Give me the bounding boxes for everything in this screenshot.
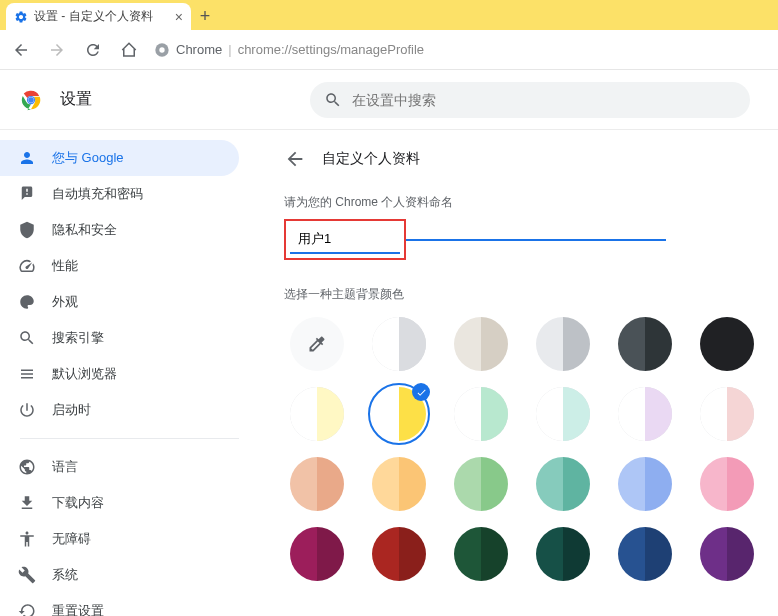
download-icon [18,494,36,512]
sidebar-item-accessibility[interactable]: 无障碍 [0,521,239,557]
sidebar-item-label: 重置设置 [52,602,104,616]
theme-label: 选择一种主题背景颜色 [284,286,754,303]
color-swatch[interactable] [372,387,426,441]
sidebar-item-download[interactable]: 下载内容 [0,485,239,521]
color-swatch[interactable] [536,527,590,581]
sidebar-item-palette[interactable]: 外观 [0,284,239,320]
check-icon [412,383,430,401]
sidebar-item-label: 下载内容 [52,494,104,512]
sidebar-item-user[interactable]: 您与 Google [0,140,239,176]
sidebar-item-autofill[interactable]: 自动填充和密码 [0,176,239,212]
globe-icon [18,458,36,476]
chrome-logo-icon [20,89,42,111]
sidebar-item-label: 外观 [52,293,78,311]
palette-icon [18,293,36,311]
color-swatch[interactable] [700,457,754,511]
back-arrow-button[interactable] [284,148,306,170]
url-path: chrome://settings/manageProfile [238,42,424,57]
color-swatch[interactable] [372,457,426,511]
color-swatch[interactable] [700,317,754,371]
sidebar-item-shield[interactable]: 隐私和安全 [0,212,239,248]
color-swatch[interactable] [454,317,508,371]
color-swatch[interactable] [536,317,590,371]
sidebar-item-label: 默认浏览器 [52,365,117,383]
swatch-grid [284,317,754,581]
color-picker-swatch[interactable] [290,317,344,371]
sidebar-item-globe[interactable]: 语言 [0,449,239,485]
sidebar-item-label: 性能 [52,257,78,275]
restore-icon [18,602,36,616]
sidebar-item-browser[interactable]: 默认浏览器 [0,356,239,392]
browser-tab[interactable]: 设置 - 自定义个人资料 × [6,3,191,30]
user-icon [18,149,36,167]
sidebar-item-label: 自动填充和密码 [52,185,143,203]
color-swatch[interactable] [290,527,344,581]
color-swatch[interactable] [454,457,508,511]
color-swatch[interactable] [454,387,508,441]
color-swatch[interactable] [700,527,754,581]
eyedropper-icon [307,334,327,354]
sidebar-item-label: 语言 [52,458,78,476]
new-tab-button[interactable]: + [191,2,219,30]
settings-search[interactable] [310,82,750,118]
sidebar-item-label: 启动时 [52,401,91,419]
search-icon [324,91,342,109]
browser-icon [18,365,36,383]
gear-icon [14,10,28,24]
color-swatch[interactable] [700,387,754,441]
wrench-icon [18,566,36,584]
search-input[interactable] [352,92,736,108]
color-swatch[interactable] [290,387,344,441]
color-swatch[interactable] [454,527,508,581]
sidebar-item-restore[interactable]: 重置设置 [0,593,239,616]
color-swatch[interactable] [618,387,672,441]
sidebar-item-label: 系统 [52,566,78,584]
search-icon [18,329,36,347]
reload-button[interactable] [82,39,104,61]
home-button[interactable] [118,39,140,61]
profile-name-label: 请为您的 Chrome 个人资料命名 [284,194,754,211]
color-swatch[interactable] [372,527,426,581]
color-swatch[interactable] [618,317,672,371]
speed-icon [18,257,36,275]
accessibility-icon [18,530,36,548]
svg-point-1 [159,47,164,52]
sidebar-item-label: 搜索引擎 [52,329,104,347]
forward-button[interactable] [46,39,68,61]
sidebar-item-search[interactable]: 搜索引擎 [0,320,239,356]
sidebar-item-wrench[interactable]: 系统 [0,557,239,593]
main-content: 自定义个人资料 请为您的 Chrome 个人资料命名 选择一种主题背景颜色 [260,130,778,616]
url-origin: Chrome [176,42,222,57]
svg-point-5 [28,97,34,103]
color-swatch[interactable] [290,457,344,511]
sidebar-item-label: 隐私和安全 [52,221,117,239]
subpage-title: 自定义个人资料 [322,150,420,168]
highlight-box [284,219,406,260]
back-button[interactable] [10,39,32,61]
sidebar-item-speed[interactable]: 性能 [0,248,239,284]
sidebar-item-power[interactable]: 启动时 [0,392,239,428]
profile-name-input[interactable] [290,225,400,254]
sidebar-item-label: 您与 Google [52,149,124,167]
autofill-icon [18,185,36,203]
tab-title: 设置 - 自定义个人资料 [34,8,153,25]
close-icon[interactable]: × [175,9,183,25]
address-bar[interactable]: Chrome | chrome://settings/manageProfile [154,42,768,58]
sidebar: 您与 Google自动填充和密码隐私和安全性能外观搜索引擎默认浏览器启动时 语言… [0,130,260,616]
color-swatch[interactable] [536,387,590,441]
color-swatch[interactable] [372,317,426,371]
power-icon [18,401,36,419]
color-swatch[interactable] [618,457,672,511]
chrome-icon [154,42,170,58]
shield-icon [18,221,36,239]
color-swatch[interactable] [618,527,672,581]
color-swatch[interactable] [536,457,590,511]
sidebar-item-label: 无障碍 [52,530,91,548]
page-title: 设置 [60,89,92,110]
